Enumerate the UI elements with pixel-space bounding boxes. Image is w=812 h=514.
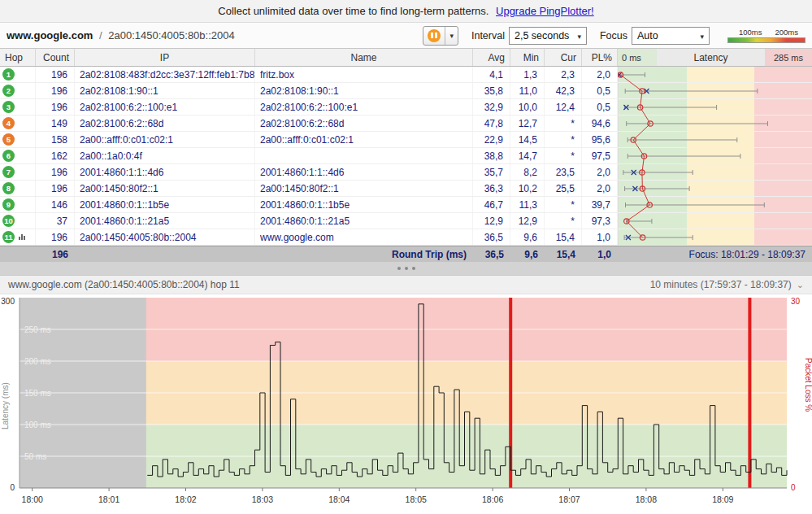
cur-cell: *: [545, 213, 582, 229]
toolbar: www.google.com / 2a00:1450:4005:80b::200…: [0, 23, 812, 49]
avg-cell: 38,8: [473, 148, 510, 163]
cur-cell: 2,3: [545, 67, 582, 82]
hop-cell: 4: [0, 115, 36, 131]
name-cell: 2001:4860:0:1::1b5e: [255, 197, 473, 212]
pause-dropdown-arrow-icon[interactable]: [445, 27, 458, 45]
table-row[interactable]: 9 146 2001:4860:0:1::1b5e 2001:4860:0:1:…: [0, 197, 812, 213]
latency-title: Latency: [657, 49, 765, 66]
y-axis-min-label: 0: [10, 483, 15, 492]
hop-number-badge: 1: [2, 68, 15, 81]
count-cell: 196: [36, 67, 75, 82]
avg-cell: 46,7: [473, 197, 510, 212]
ip-cell: 2a00::afff:0:c01:c02:1: [75, 132, 255, 147]
header-ip[interactable]: IP: [75, 49, 255, 66]
latency-bar-cell: [618, 115, 812, 131]
hop-number-badge: 4: [2, 117, 15, 129]
time-window-label: 10 minutes (17:59:37 - 18:09:37): [650, 279, 792, 290]
table-row[interactable]: 2 196 2a02:8108:1:90::1 2a02:8108:1:90::…: [0, 83, 812, 99]
table-row[interactable]: 6 162 2a00::1a0:0:4f 38,8 14,7 * 97,5: [0, 148, 812, 164]
svg-text:18:07: 18:07: [558, 494, 580, 504]
svg-text:18:01: 18:01: [98, 494, 119, 504]
latency-scale-legend: 100ms 200ms: [727, 28, 805, 43]
summary-label: Round Trip (ms): [255, 246, 473, 262]
latency-scale-max: 285 ms: [765, 49, 812, 66]
hop-number-badge: 3: [2, 101, 15, 113]
pause-icon: [428, 29, 441, 42]
latency-gradient-bar: [727, 37, 805, 43]
pl-cell: 1,0: [582, 229, 618, 245]
header-name[interactable]: Name: [255, 49, 473, 66]
header-avg[interactable]: Avg: [473, 49, 510, 66]
focus-select[interactable]: Auto: [632, 27, 710, 45]
table-row[interactable]: 4 149 2a02:8100:6:2::68d 2a02:8100:6:2::…: [0, 115, 812, 132]
upgrade-link[interactable]: Upgrade PingPlotter!: [496, 5, 594, 17]
min-cell: 14,7: [510, 148, 545, 163]
hop-cell: 7: [0, 164, 36, 180]
min-cell: 10,0: [510, 99, 545, 115]
cur-cell: *: [545, 148, 582, 163]
header-pl[interactable]: PL%: [582, 49, 618, 66]
hop-cell: 9: [0, 197, 36, 212]
hop-number-badge: 8: [2, 182, 15, 194]
table-row[interactable]: 1 196 2a02:8108:483f:d2cc:3e37:12ff:feb1…: [0, 67, 812, 83]
name-cell: 2a02:8100:6:2::100:e1: [255, 99, 473, 115]
table-row[interactable]: 11 196 2a00:1450:4005:80b::2004 www.goog…: [0, 229, 812, 246]
latency-bar-cell: [618, 181, 812, 196]
table-row[interactable]: 10 37 2001:4860:0:1::21a5 2001:4860:0:1:…: [0, 213, 812, 229]
pause-button[interactable]: [423, 26, 458, 46]
ip-cell: 2a02:8108:483f:d2cc:3e37:12ff:feb1:7b8': [75, 67, 255, 82]
name-cell: 2001:4860:1:1::4d6: [255, 164, 473, 180]
target-address: www.google.com / 2a00:1450:4005:80b::200…: [7, 29, 235, 41]
legend-high-label: 200ms: [775, 28, 799, 37]
table-row[interactable]: 3 196 2a02:8100:6:2::100:e1 2a02:8100:6:…: [0, 99, 812, 115]
cur-cell: *: [545, 132, 582, 147]
min-cell: 11,0: [510, 83, 545, 98]
summary-cur: 15,4: [545, 246, 582, 262]
min-cell: 11,3: [510, 197, 545, 212]
hop-cell: 6: [0, 148, 36, 163]
table-header: Hop Count IP Name Avg Min Cur PL% 0 ms L…: [0, 49, 812, 67]
svg-text:18:08: 18:08: [636, 494, 657, 504]
panel-splitter[interactable]: [0, 262, 812, 275]
header-cur[interactable]: Cur: [545, 49, 582, 66]
table-row[interactable]: 5 158 2a00::afff:0:c01:c02:1 2a00::afff:…: [0, 132, 812, 148]
latency-bar-cell: [618, 132, 812, 147]
min-cell: 12,9: [510, 213, 545, 229]
target-separator: /: [99, 29, 102, 41]
svg-text:200 ms: 200 ms: [24, 357, 51, 366]
timeline-chart[interactable]: 250 ms200 ms150 ms100 ms50 ms18:0018:011…: [0, 294, 812, 514]
count-cell: 149: [36, 115, 75, 131]
min-cell: 12,7: [510, 115, 545, 131]
cur-cell: 25,5: [545, 181, 582, 196]
header-min[interactable]: Min: [510, 49, 545, 66]
table-row[interactable]: 8 196 2a00:1450:80f2::1 2a00:1450:80f2::…: [0, 181, 812, 197]
avg-cell: 12,9: [473, 213, 510, 229]
pl-cell: 95,6: [582, 132, 618, 147]
splitter-dot: [405, 267, 408, 270]
latency-bar-cell: [618, 229, 812, 245]
header-latency[interactable]: 0 ms Latency 285 ms: [618, 49, 812, 66]
ip-cell: 2001:4860:1:1::4d6: [75, 164, 255, 180]
chevron-down-icon: [577, 30, 581, 41]
svg-text:18:05: 18:05: [406, 494, 427, 504]
target-ip: 2a00:1450:4005:80b::2004: [108, 29, 234, 41]
summary-pl: 1,0: [582, 246, 618, 262]
collapse-chevron-icon[interactable]: [797, 279, 804, 290]
hop-number-badge: 9: [2, 198, 15, 211]
header-hop[interactable]: Hop: [0, 49, 36, 66]
name-cell: www.google.com: [255, 229, 473, 245]
splitter-dot: [397, 267, 401, 270]
legend-low-label: 100ms: [739, 28, 762, 37]
pl-cell: 97,3: [582, 213, 618, 229]
summary-row: 196 Round Trip (ms) 36,5 9,6 15,4 1,0 Fo…: [0, 246, 812, 262]
ip-cell: 2001:4860:0:1::1b5e: [75, 197, 255, 212]
interval-select[interactable]: 2,5 seconds: [509, 27, 587, 45]
summary-avg: 36,5: [473, 246, 510, 262]
hop-number-badge: 7: [2, 166, 15, 178]
header-count[interactable]: Count: [36, 49, 75, 66]
table-row[interactable]: 7 196 2001:4860:1:1::4d6 2001:4860:1:1::…: [0, 164, 812, 181]
pl-cell: 97,5: [582, 148, 618, 163]
name-cell: 2a02:8108:1:90::1: [255, 83, 473, 98]
min-cell: 14,5: [510, 132, 545, 147]
right-axis-min-label: 0: [791, 483, 796, 492]
